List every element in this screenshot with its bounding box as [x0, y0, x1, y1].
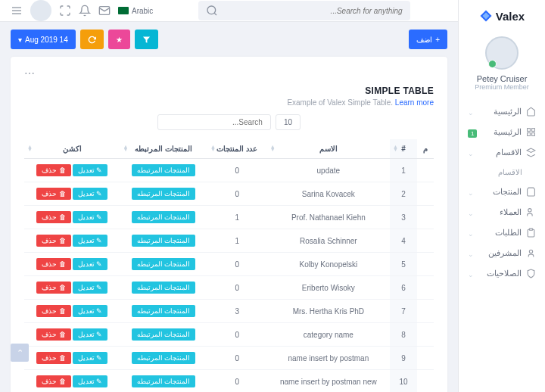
col-num[interactable]: ▲▼# — [390, 139, 417, 159]
add-button[interactable]: اضف + — [409, 30, 447, 49]
col-count[interactable]: ▲▼عدد المنتجات — [207, 139, 267, 159]
related-button[interactable]: المنتجات المرتبطه — [132, 328, 196, 341]
delete-button[interactable]: حذف 🗑 — [36, 211, 71, 223]
related-button[interactable]: المنتجات المرتبطه — [132, 258, 196, 270]
badge: 1 — [468, 129, 477, 138]
delete-button[interactable]: حذف 🗑 — [36, 188, 71, 200]
svg-point-4 — [207, 6, 216, 14]
related-button[interactable]: المنتجات المرتبطه — [132, 282, 196, 294]
cell-num: 8 — [390, 323, 417, 347]
edit-button[interactable]: تعديل ✎ — [73, 375, 108, 387]
filter-button[interactable] — [135, 30, 158, 49]
svg-point-14 — [529, 250, 532, 253]
chevron-down-icon: ⌄ — [468, 189, 474, 197]
edit-button[interactable]: تعديل ✎ — [73, 188, 108, 200]
cell-num: 4 — [390, 229, 417, 253]
related-button[interactable]: المنتجات المرتبطه — [132, 235, 196, 247]
logo-icon — [479, 9, 493, 23]
home-icon — [526, 107, 536, 117]
flag-icon — [118, 7, 129, 14]
nav-item[interactable]: ⌄المنتجات — [465, 182, 539, 202]
delete-button[interactable]: حذف 🗑 — [36, 305, 71, 317]
nav-label: الصلاحيات — [487, 269, 522, 278]
search-input[interactable] — [224, 7, 403, 15]
menu-icon[interactable] — [11, 5, 23, 17]
col-name[interactable]: ▲▼الاسم — [267, 139, 390, 159]
delete-button[interactable]: حذف 🗑 — [36, 375, 71, 387]
cell-num: 3 — [390, 206, 417, 229]
cell-name: Prof. Nathanael Kiehn — [267, 206, 390, 229]
page-size-select[interactable]: 10 — [276, 114, 301, 130]
cell-count: 0 — [207, 347, 267, 370]
avatar[interactable] — [30, 0, 51, 21]
logo[interactable]: Valex — [479, 9, 525, 23]
search-bar — [198, 1, 410, 20]
col-sort[interactable]: م — [417, 139, 434, 159]
bell-icon[interactable] — [79, 5, 91, 17]
cell-count: 3 — [207, 300, 267, 323]
edit-button[interactable]: تعديل ✎ — [73, 211, 108, 223]
language-selector[interactable]: Arabic — [118, 7, 153, 15]
nav-item[interactable]: 1الرئيسية — [465, 122, 539, 142]
table-search-input[interactable] — [157, 114, 271, 130]
nav-label: المشرفين — [488, 248, 522, 258]
nav-item[interactable]: الاقسام — [465, 163, 539, 182]
date-button[interactable]: ▾ Aug 2019 14 — [11, 30, 76, 49]
cell-count: 0 — [207, 182, 267, 206]
nav-item[interactable]: ⌄الطلبات — [465, 222, 539, 243]
edit-button[interactable]: تعديل ✎ — [73, 164, 108, 176]
edit-button[interactable]: تعديل ✎ — [73, 258, 108, 270]
search-icon[interactable] — [206, 5, 218, 17]
card-menu-icon[interactable]: ⋯ — [24, 67, 434, 79]
col-related[interactable]: ▲▼المنتجات المرتبطه — [120, 139, 207, 159]
table-row: حذف 🗑تعديل ✎المنتجات المرتبطه0Eriberto W… — [24, 276, 434, 300]
fullscreen-icon[interactable] — [59, 5, 71, 17]
nav: ⌄الرئيسية1الرئيسية⌄الاقسامالاقسام⌄المنتج… — [459, 101, 545, 284]
edit-button[interactable]: تعديل ✎ — [73, 305, 108, 317]
edit-button[interactable]: تعديل ✎ — [73, 235, 108, 247]
star-button[interactable]: ★ — [108, 30, 130, 49]
sidebar-avatar[interactable] — [485, 36, 519, 70]
nav-item[interactable]: ⌄الصلاحيات — [465, 263, 539, 284]
bag-icon — [526, 187, 536, 197]
cell-count: 0 — [207, 323, 267, 347]
mail-icon[interactable] — [98, 5, 111, 17]
chevron-down-icon: ⌄ — [468, 271, 474, 278]
delete-button[interactable]: حذف 🗑 — [36, 328, 71, 341]
svg-rect-13 — [529, 229, 532, 230]
delete-button[interactable]: حذف 🗑 — [36, 282, 71, 294]
toolbar: ▾ Aug 2019 14 ★ اضف + — [0, 22, 458, 57]
related-button[interactable]: المنتجات المرتبطه — [132, 375, 196, 387]
svg-rect-10 — [528, 133, 531, 136]
cell-num: 7 — [390, 300, 417, 323]
related-button[interactable]: المنتجات المرتبطه — [132, 164, 196, 176]
col-actions[interactable]: ▲▼اكشن — [24, 139, 120, 159]
svg-marker-6 — [143, 36, 150, 42]
cell-name: Kolby Konopelski — [267, 253, 390, 276]
delete-button[interactable]: حذف 🗑 — [36, 164, 71, 176]
delete-button[interactable]: حذف 🗑 — [36, 258, 71, 270]
related-button[interactable]: المنتجات المرتبطه — [132, 305, 196, 317]
cell-name: Mrs. Hertha Kris PhD — [267, 300, 390, 323]
learn-more-link[interactable]: Learn more — [395, 98, 434, 107]
edit-button[interactable]: تعديل ✎ — [73, 352, 108, 364]
svg-rect-8 — [532, 129, 535, 132]
scroll-top-button[interactable]: ⌃ — [11, 344, 29, 362]
nav-item[interactable]: ⌄الرئيسية — [465, 101, 539, 122]
related-button[interactable]: المنتجات المرتبطه — [132, 211, 196, 223]
delete-button[interactable]: حذف 🗑 — [36, 352, 71, 364]
top-header: Arabic — [0, 0, 458, 22]
edit-button[interactable]: تعديل ✎ — [73, 282, 108, 294]
edit-button[interactable]: تعديل ✎ — [73, 328, 108, 341]
cell-name: name insert by postman — [267, 347, 390, 370]
delete-button[interactable]: حذف 🗑 — [36, 235, 71, 247]
cell-count: 1 — [207, 229, 267, 253]
nav-item[interactable]: ⌄الاقسام — [465, 142, 539, 163]
refresh-button[interactable] — [80, 30, 104, 49]
nav-item[interactable]: ⌄المشرفين — [465, 243, 539, 263]
related-button[interactable]: المنتجات المرتبطه — [132, 352, 196, 364]
admin-icon — [526, 248, 536, 258]
related-button[interactable]: المنتجات المرتبطه — [132, 188, 196, 200]
cell-name: update — [267, 159, 390, 182]
nav-item[interactable]: ⌄العملاء — [465, 202, 539, 222]
